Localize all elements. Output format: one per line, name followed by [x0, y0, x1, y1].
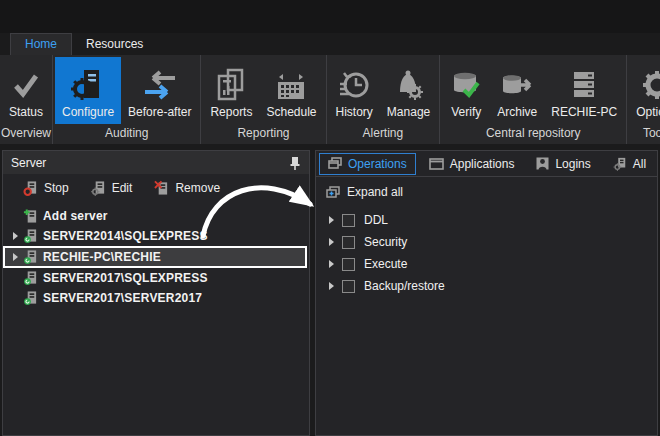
reports-document-chart-icon	[214, 65, 248, 105]
tab-operations[interactable]: Operations	[319, 153, 416, 175]
add-server-icon	[21, 208, 39, 224]
status-check-icon	[9, 65, 43, 105]
group-label-reporting: Reporting	[201, 124, 325, 144]
expander-icon[interactable]	[9, 232, 21, 240]
group-label-overview: Overview	[0, 124, 52, 144]
ribbon-group-tools: Options Tools	[627, 55, 660, 144]
ribbon-group-reporting: Reports Schedule	[201, 55, 326, 144]
group-label-central-repository: Central repository	[440, 124, 626, 144]
remove-button[interactable]: Remove	[154, 180, 220, 196]
reports-button[interactable]: Reports	[203, 57, 259, 124]
tree-item-add-server[interactable]: Add server	[3, 206, 309, 226]
operations-tree: DDL Security Execute Backup/restore	[316, 205, 657, 297]
ribbon-group-central-repository: Verify Archive	[440, 55, 627, 144]
ribbon-group-alerting: History	[327, 55, 441, 144]
options-button[interactable]: Options	[629, 57, 660, 124]
verify-button[interactable]: Verify	[442, 57, 490, 124]
schedule-button[interactable]: Schedule	[259, 57, 323, 124]
backup-restore-checkbox[interactable]	[342, 280, 355, 293]
expander-icon[interactable]	[324, 238, 338, 246]
tree-item-server2014[interactable]: SERVER2014\SQLEXPRESS	[3, 226, 309, 246]
expand-all-icon	[326, 186, 340, 199]
server-running-icon	[21, 290, 39, 306]
tree-item-server2017-sqlexpress[interactable]: SERVER2017\SQLEXPRESS	[3, 268, 309, 288]
group-label-auditing: Auditing	[53, 124, 200, 144]
tree-item-execute[interactable]: Execute	[316, 253, 657, 275]
security-checkbox[interactable]	[342, 236, 355, 249]
operations-tab-bar: Operations Applications	[316, 151, 657, 177]
expander-icon[interactable]	[324, 260, 338, 268]
expander-icon[interactable]	[324, 282, 338, 290]
archive-database-arrow-icon	[499, 65, 535, 105]
status-button[interactable]: Status	[2, 57, 50, 124]
server-running-icon	[21, 249, 39, 265]
before-after-button[interactable]: Before-after	[121, 57, 198, 124]
tab-logins[interactable]: Logins	[527, 153, 599, 175]
configure-server-gear-icon	[70, 65, 106, 105]
repository-server-button[interactable]: RECHIE-PC	[544, 57, 624, 124]
tab-home[interactable]: Home	[10, 33, 72, 55]
server-toolbar: Stop	[3, 174, 309, 202]
server-panel-title: Server	[11, 156, 46, 170]
group-label-tools: Tools	[627, 124, 660, 144]
ribbon-group-overview: Status Overview	[0, 55, 53, 144]
user-icon	[536, 157, 549, 170]
verify-database-check-icon	[449, 65, 483, 105]
server-running-icon	[21, 270, 39, 286]
ribbon: Status Overview	[0, 55, 660, 147]
tab-resources[interactable]: Resources	[72, 34, 157, 55]
options-gear-icon	[640, 65, 660, 105]
edit-server-gear-icon	[91, 180, 106, 196]
server-tree: Add server SERVER2014\SQLEXPRESS	[3, 202, 309, 308]
manage-bell-gear-icon	[392, 65, 426, 105]
tree-item-ddl[interactable]: DDL	[316, 209, 657, 231]
tree-item-server2017-server2017[interactable]: SERVER2017\SERVER2017	[3, 288, 309, 308]
expander-icon[interactable]	[324, 216, 338, 224]
main-area: Server Sto	[0, 150, 660, 436]
server-panel: Server Sto	[2, 150, 310, 436]
ribbon-tab-row: Home Resources	[0, 33, 660, 55]
execute-checkbox[interactable]	[342, 258, 355, 271]
repository-server-icon	[567, 65, 601, 105]
stop-server-icon	[23, 180, 38, 196]
expander-icon[interactable]	[9, 253, 21, 261]
tab-applications[interactable]: Applications	[420, 153, 524, 175]
ribbon-group-auditing: Configure Before-after Auditing	[53, 55, 201, 144]
server-gear-icon	[613, 157, 627, 171]
stop-button[interactable]: Stop	[23, 180, 69, 196]
history-button[interactable]: History	[329, 57, 380, 124]
before-after-arrows-icon	[141, 65, 179, 105]
archive-button[interactable]: Archive	[490, 57, 544, 124]
manage-button[interactable]: Manage	[380, 57, 437, 124]
schedule-calendar-icon	[274, 65, 308, 105]
configure-button[interactable]: Configure	[55, 57, 121, 124]
window-title-bar	[0, 0, 660, 33]
group-label-alerting: Alerting	[327, 124, 440, 144]
history-clock-icon	[337, 65, 371, 105]
server-panel-header: Server	[3, 151, 309, 174]
edit-button[interactable]: Edit	[91, 180, 133, 196]
pin-icon[interactable]	[289, 156, 301, 170]
window-icon	[429, 158, 444, 170]
tree-item-backup-restore[interactable]: Backup/restore	[316, 275, 657, 297]
cascade-windows-icon	[328, 157, 342, 170]
tree-item-security[interactable]: Security	[316, 231, 657, 253]
expand-all-button[interactable]: Expand all	[316, 179, 657, 205]
server-running-icon	[21, 228, 39, 244]
tab-all[interactable]: All	[604, 153, 655, 175]
operations-panel: Operations Applications	[315, 150, 658, 436]
tree-item-rechie-pc-selected[interactable]: RECHIE-PC\RECHIE	[3, 246, 307, 268]
ddl-checkbox[interactable]	[342, 214, 355, 227]
remove-server-icon	[154, 180, 169, 196]
